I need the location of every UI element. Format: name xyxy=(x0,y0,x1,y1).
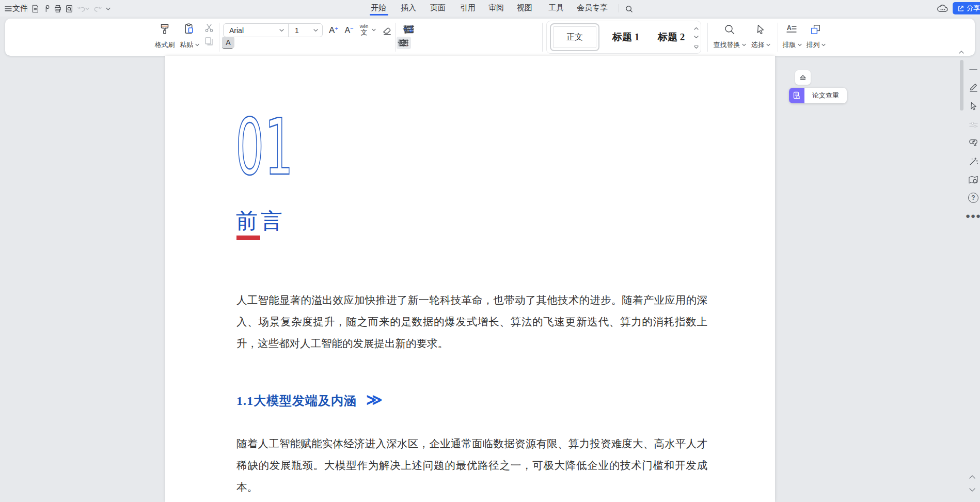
paste-button[interactable]: 粘贴 xyxy=(178,40,201,50)
divider xyxy=(707,23,708,52)
clear-format-icon[interactable] xyxy=(379,23,394,38)
tab-page[interactable]: 页面 xyxy=(430,0,446,16)
style-heading1[interactable]: 标题 1 xyxy=(605,21,647,53)
section-heading-text: 1.1大模型发端及内涵 xyxy=(236,393,357,409)
tab-tools[interactable]: 工具 xyxy=(548,0,564,16)
paragraph-1: 人工智能显著的溢出效应加快推进了新一轮科技革命，也带动了其他技术的进步。随着产业… xyxy=(236,289,707,354)
page-prev-icon[interactable] xyxy=(967,471,978,482)
layout-icon[interactable]: A xyxy=(784,22,799,37)
collapse-toolbar-handle-icon[interactable] xyxy=(968,64,979,75)
style-gallery-more-icon[interactable] xyxy=(692,43,700,50)
undo-caret-icon[interactable] xyxy=(84,4,90,14)
edit-pen-icon[interactable] xyxy=(968,81,979,92)
wps-writer-app: { "colors": { "accent_blue": "#2e6bf6", … xyxy=(0,0,980,502)
tab-view[interactable]: 视图 xyxy=(517,0,532,16)
active-tab-underline xyxy=(370,14,388,15)
search-icon[interactable] xyxy=(624,4,634,14)
section-heading: 1.1大模型发端及内涵 ≫ xyxy=(236,393,381,409)
find-replace-icon[interactable] xyxy=(722,22,737,37)
divider xyxy=(542,23,543,52)
more-tools-icon[interactable]: ●●● xyxy=(968,210,979,221)
share-label: 分享 xyxy=(967,4,980,13)
adjust-sliders-icon[interactable] xyxy=(968,119,979,130)
doc-title: 前言 xyxy=(236,207,286,236)
style-normal[interactable]: 正文 xyxy=(550,23,599,51)
paper-check-label: 论文查重 xyxy=(804,91,847,100)
tab-setting-icon[interactable] xyxy=(402,23,416,36)
borders-caret-icon[interactable] xyxy=(397,37,403,49)
section-marker-icon: ≫ xyxy=(366,390,381,409)
paragraph-2: 随着人工智能赋能实体经济进入深水区，企业通常面临数据资源有限、算力投资难度大、高… xyxy=(236,433,707,498)
eject-icon xyxy=(799,74,807,81)
tab-insert[interactable]: 插入 xyxy=(401,0,416,16)
chevron-down-icon xyxy=(821,43,826,46)
select-cursor-icon[interactable] xyxy=(968,100,979,112)
share-button[interactable]: 分享 xyxy=(953,2,980,14)
chevron-down-icon xyxy=(742,43,746,46)
tab-review[interactable]: 审阅 xyxy=(488,0,504,16)
style-scroll-up-icon[interactable] xyxy=(692,25,700,32)
increase-font-button[interactable]: A+ xyxy=(326,24,341,37)
magic-wand-icon[interactable] xyxy=(968,155,979,167)
cut-icon[interactable] xyxy=(202,22,216,34)
navigation-search-icon[interactable] xyxy=(968,174,979,185)
hamburger-menu-icon[interactable] xyxy=(3,4,13,14)
file-menu[interactable]: 文件 xyxy=(12,0,28,17)
arrange-button[interactable]: 排列 xyxy=(801,40,830,50)
cloud-service-icon[interactable] xyxy=(936,4,950,14)
svg-text:A: A xyxy=(787,24,792,32)
decrease-font-button[interactable]: A− xyxy=(342,24,356,37)
arrange-icon[interactable] xyxy=(808,22,823,37)
copy-icon[interactable] xyxy=(202,35,216,48)
beautify-icon[interactable] xyxy=(968,137,979,149)
divider xyxy=(395,23,396,52)
style-gallery: 正文 标题 1 标题 2 xyxy=(546,21,701,54)
pinyin-guide-button[interactable]: wén文 xyxy=(357,23,371,37)
select-tool-icon[interactable] xyxy=(753,22,768,37)
select-button[interactable]: 选择 xyxy=(747,40,774,50)
format-painter-button[interactable]: 格式刷 xyxy=(152,40,178,50)
scrollbar-thumb[interactable] xyxy=(960,60,963,111)
find-replace-button[interactable]: 查找替换 xyxy=(709,40,750,50)
print-icon[interactable] xyxy=(53,4,63,14)
tab-reference[interactable]: 引用 xyxy=(460,0,476,16)
pinyin-caret-icon[interactable] xyxy=(371,26,377,34)
format-painter-icon[interactable] xyxy=(156,21,173,37)
chevron-down-icon xyxy=(195,43,199,46)
style-heading2[interactable]: 标题 2 xyxy=(650,21,692,53)
paper-check-icon xyxy=(789,88,804,103)
ribbon: 格式刷 粘贴 Arial 1 A+ A− wén文 B I xyxy=(5,19,975,56)
document-page[interactable]: 01 前言 人工智能显著的溢出效应加快推进了新一轮科技革命，也带动了其他技术的进… xyxy=(165,56,775,502)
divider xyxy=(619,4,619,12)
chapter-number: 01 xyxy=(235,108,294,186)
redo-icon[interactable] xyxy=(93,4,103,14)
title-accent-bar xyxy=(236,236,260,240)
char-shading-button[interactable]: A xyxy=(222,37,234,48)
paste-icon[interactable] xyxy=(181,21,197,37)
export-pdf-icon[interactable] xyxy=(42,4,53,14)
print-preview-icon[interactable] xyxy=(64,4,74,14)
divider xyxy=(27,4,27,12)
divider xyxy=(219,23,219,52)
style-scroll-down-icon[interactable] xyxy=(692,34,700,41)
chevron-down-icon xyxy=(766,43,770,46)
chevron-down-icon xyxy=(313,29,318,32)
titlebar: 文件 开始 插入 页面 引用 审阅 视图 工具 会员专享 分享 xyxy=(0,0,980,17)
font-family-select[interactable]: Arial xyxy=(224,24,289,37)
paper-check-button[interactable]: 论文查重 xyxy=(789,88,847,103)
collapse-panel-button[interactable] xyxy=(795,70,811,85)
quickbar-caret-icon[interactable] xyxy=(104,4,112,14)
font-combo: Arial 1 xyxy=(223,23,323,37)
chevron-down-icon xyxy=(279,29,284,32)
save-icon[interactable] xyxy=(30,4,40,14)
help-icon[interactable]: ? xyxy=(968,192,979,203)
font-size-select[interactable]: 1 xyxy=(289,24,322,37)
share-icon xyxy=(957,5,964,12)
tab-member[interactable]: 会员专享 xyxy=(577,0,608,16)
page-next-icon[interactable] xyxy=(967,484,978,496)
scroll-up-icon[interactable] xyxy=(957,48,966,56)
